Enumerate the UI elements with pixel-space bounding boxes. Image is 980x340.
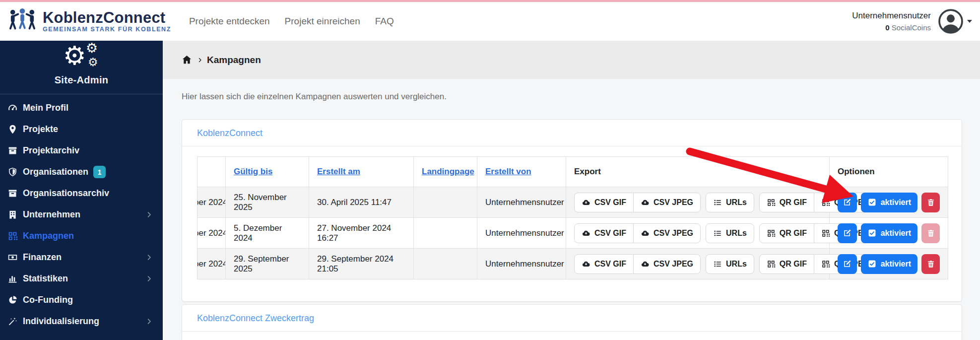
col-header-erstellt-am[interactable]: Erstellt am (309, 157, 414, 187)
qr-code-icon (821, 260, 830, 269)
trash-icon (926, 260, 935, 269)
cell-export: CSV GIF CSV JPEG URLs (566, 187, 830, 218)
activated-toggle-button[interactable]: aktiviert (861, 254, 917, 274)
qr-code-icon (767, 229, 776, 238)
cell-export: CSV GIF CSV JPEG URLs (566, 249, 830, 279)
archive-icon (7, 145, 18, 156)
sidebar-item-finanzen[interactable]: Finanzen (0, 247, 163, 268)
cell-erstellt-am: 29. September 2024 21:05 (309, 249, 414, 279)
people-logo-icon (7, 8, 38, 35)
cloud-download-icon (582, 229, 590, 238)
sidebar-item-organisationsarchiv[interactable]: Organisationsarchiv (0, 183, 163, 204)
campaign-card-title[interactable]: KoblenzConnect (197, 128, 262, 138)
list-icon (713, 260, 722, 269)
sidebar-item-mein-profil[interactable]: Mein Profil (0, 97, 163, 119)
cell-gueltig-bis: 5. Dezember 2024 (226, 218, 309, 249)
user-name: Unternehmensnutzer (852, 9, 931, 22)
delete-button[interactable] (921, 254, 940, 274)
qr-code-icon (767, 260, 776, 269)
col-header-gueltig-bis[interactable]: Gültig bis (226, 157, 309, 187)
export-csv-gif-button[interactable]: CSV GIF (574, 223, 634, 243)
sidebar-item-projekte[interactable]: Projekte (0, 119, 163, 140)
logo-tagline: GEMEINSAM STARK FÜR KOBLENZ (43, 26, 171, 33)
sidebar-item-organisationen[interactable]: Organisationen 1 (0, 161, 163, 183)
avatar[interactable] (938, 8, 964, 34)
cell-options: aktiviert (830, 187, 948, 218)
cloud-download-icon (582, 198, 590, 207)
chevron-right-icon (145, 318, 153, 325)
cell-gueltig-bis: 29. September 2025 (226, 249, 309, 279)
sidebar-item-label: Individualisierung (23, 316, 99, 327)
sidebar: ⚙⚙⚙ Site-Admin Mein Profil Projekte Proj… (0, 41, 163, 340)
socialcoins-label: SocialCoins (892, 23, 931, 32)
cell-export: CSV GIF CSV JPEG URLs (566, 218, 830, 249)
trash-icon (926, 198, 935, 207)
export-urls-button[interactable]: URLs (706, 223, 754, 243)
col-header-landingpage[interactable]: Landingpage (414, 157, 477, 187)
chevron-down-icon[interactable] (967, 20, 972, 23)
zweckertrag-card-title[interactable]: KoblenzConnect Zweckertrag (197, 313, 314, 323)
nav-projekte-entdecken[interactable]: Projekte entdecken (189, 16, 270, 27)
cell-landingpage (414, 249, 477, 279)
cloud-download-icon (641, 198, 650, 207)
edit-button[interactable] (838, 193, 857, 212)
user-box: Unternehmensnutzer 0 SocialCoins (852, 8, 980, 34)
qr-code-icon (821, 229, 830, 238)
activated-toggle-button[interactable]: aktiviert (861, 193, 917, 212)
app-logo[interactable]: KoblenzConnect GEMEINSAM STARK FÜR KOBLE… (0, 8, 171, 35)
export-urls-button[interactable]: URLs (706, 254, 754, 274)
export-qr-gif-button[interactable]: QR GIF (759, 254, 814, 274)
col-header-export: Export (566, 157, 830, 187)
pencil-square-icon (843, 198, 852, 207)
magic-wand-icon (7, 316, 18, 327)
export-csv-jpeg-button[interactable]: CSV JPEG (633, 254, 701, 274)
pencil-square-icon (843, 228, 852, 238)
table-row: ber 2024 29. September 2025 29. Septembe… (197, 249, 948, 279)
col-header-erstellt-von[interactable]: Erstellt von (477, 157, 566, 187)
cell-date-fragment: ber 2024 (197, 218, 226, 249)
delete-button[interactable] (921, 193, 940, 212)
sidebar-item-kampagnen[interactable]: Kampagnen (0, 225, 163, 247)
cell-options: aktiviert (830, 249, 948, 279)
sidebar-item-statistiken[interactable]: Statistiken (0, 268, 163, 289)
home-icon[interactable] (181, 54, 193, 66)
check-square-icon (867, 198, 877, 207)
export-csv-jpeg-button[interactable]: CSV JPEG (633, 193, 701, 212)
sidebar-item-label: Projekte (23, 124, 58, 135)
chevron-right-icon (145, 211, 153, 218)
table-header-row: Gültig bis Erstellt am Landingpage Erste… (197, 157, 948, 187)
sidebar-item-projektarchiv[interactable]: Projektarchiv (0, 140, 163, 161)
export-urls-button[interactable]: URLs (706, 193, 754, 212)
cloud-download-icon (641, 229, 650, 238)
sidebar-item-label: Statistiken (23, 273, 68, 284)
nav-projekt-einreichen[interactable]: Projekt einreichen (285, 16, 360, 27)
app-header: KoblenzConnect GEMEINSAM STARK FÜR KOBLE… (0, 2, 980, 41)
list-icon (713, 198, 722, 207)
cell-date-fragment: ber 2024 (197, 249, 226, 279)
sidebar-item-unternehmen[interactable]: Unternehmen (0, 204, 163, 225)
cell-erstellt-am: 27. November 2024 16:27 (309, 218, 414, 249)
sidebar-item-individualisierung[interactable]: Individualisierung (0, 311, 163, 332)
sidebar-item-co-funding[interactable]: Co-Funding (0, 289, 163, 311)
export-csv-jpeg-button[interactable]: CSV JPEG (633, 223, 701, 243)
export-qr-gif-button[interactable]: QR GIF (759, 193, 814, 212)
logo-title: KoblenzConnect (43, 10, 171, 26)
gauge-icon (7, 103, 18, 113)
zweckertrag-card-header: KoblenzConnect Zweckertrag (182, 305, 962, 332)
socialcoins-value: 0 (885, 23, 889, 32)
cell-erstellt-am: 30. April 2025 11:47 (309, 187, 414, 218)
edit-button[interactable] (838, 223, 857, 243)
edit-button[interactable] (838, 254, 857, 274)
sidebar-item-label: Kampagnen (23, 231, 74, 241)
nav-faq[interactable]: FAQ (375, 16, 394, 27)
col-header-optionen: Optionen (830, 157, 948, 187)
export-qr-gif-button[interactable]: QR GIF (759, 223, 814, 243)
sidebar-menu: Mein Profil Projekte Projektarchiv Organ… (0, 94, 163, 332)
cell-erstellt-von: Unternehmensnutzer (477, 187, 566, 218)
export-csv-gif-button[interactable]: CSV GIF (574, 254, 634, 274)
delete-button-disabled (921, 223, 940, 243)
activated-toggle-button[interactable]: aktiviert (861, 223, 917, 243)
export-csv-gif-button[interactable]: CSV GIF (574, 193, 634, 212)
top-navigation: Projekte entdecken Projekt einreichen FA… (189, 16, 394, 27)
bar-chart-icon (7, 273, 18, 284)
